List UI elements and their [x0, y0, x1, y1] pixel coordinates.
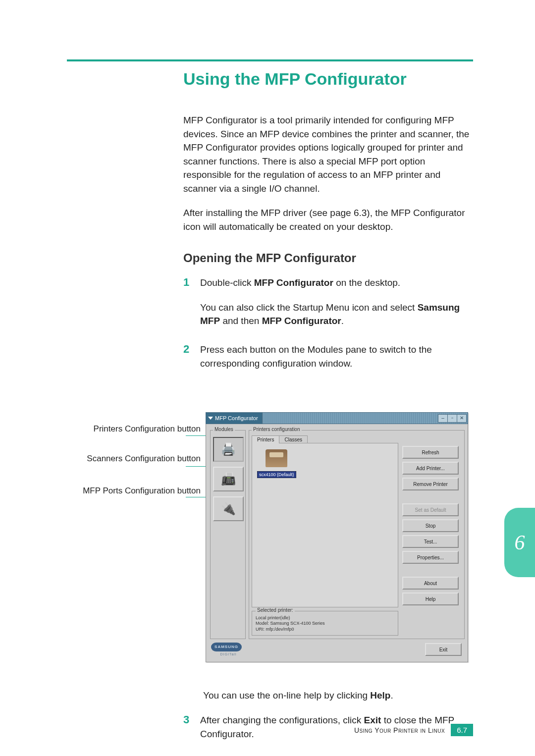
chapter-tab: 6: [504, 508, 535, 577]
brand-name: SAMSUNG: [211, 643, 242, 651]
step-2: 2 Press each button on the Modules pane …: [183, 343, 473, 381]
brand-logo: SAMSUNG DIGITall: [211, 643, 246, 656]
window-title: MFP Configurator: [215, 415, 258, 421]
window-titlebar[interactable]: MFP Configurator – ▫ ✕: [206, 412, 468, 424]
close-button[interactable]: ✕: [457, 414, 467, 423]
minimize-button[interactable]: –: [438, 414, 448, 423]
page-number-badge: 6.7: [451, 724, 473, 736]
refresh-button[interactable]: Refresh: [402, 446, 459, 459]
about-button[interactable]: About: [402, 577, 459, 590]
selected-printer-label: Selected printer:: [256, 607, 295, 613]
port-icon: 🔌: [221, 502, 236, 516]
tab-classes[interactable]: Classes: [279, 435, 308, 443]
mfp-configurator-window: MFP Configurator – ▫ ✕ Modules 🖨️ 📠 🔌 Pr…: [206, 412, 468, 662]
section-heading: Opening the MFP Configurator: [183, 251, 473, 265]
printer-item-icon: [266, 449, 287, 467]
scanner-icon: 📠: [221, 472, 236, 486]
printers-config-label: Printers configuration: [252, 427, 302, 432]
stop-button[interactable]: Stop: [402, 519, 459, 532]
window-menu-icon[interactable]: [208, 417, 213, 420]
step-1-line-2: You can also click the Startup Menu icon…: [200, 301, 473, 328]
step-1: 1 Double-click MFP Configurator on the d…: [183, 276, 473, 339]
callout-printers-config: Printers Configuration button: [72, 424, 201, 434]
step-number: 2: [183, 343, 200, 381]
exit-button[interactable]: Exit: [425, 643, 462, 656]
printer-icon: 🖨️: [221, 442, 236, 456]
printer-item-label: scx4100 (Default): [257, 471, 296, 478]
maximize-button[interactable]: ▫: [447, 414, 457, 423]
printer-item[interactable]: scx4100 (Default): [257, 449, 296, 478]
step-1-line-1: Double-click MFP Configurator on the des…: [200, 276, 473, 290]
step-number: 1: [183, 276, 200, 339]
intro-paragraph-2: After installing the MFP driver (see pag…: [183, 206, 473, 233]
set-default-button[interactable]: Set as Default: [402, 503, 459, 516]
intro-paragraph-1: MFP Configurator is a tool primarily int…: [183, 113, 473, 195]
selected-printer-info: Local printer(idle) Model: Samsung SCX-4…: [256, 615, 325, 632]
remove-printer-button[interactable]: Remove Printer: [402, 478, 459, 490]
callout-mfp-ports-config: MFP Ports Configuration button: [72, 486, 201, 496]
scanners-config-button[interactable]: 📠: [213, 467, 244, 491]
callout-scanners-config: Scanners Configuration button: [72, 453, 201, 464]
step-2-after: You can use the on-line help by clicking…: [203, 689, 473, 702]
page-title: Using the MFP Configurator: [183, 69, 473, 89]
help-button[interactable]: Help: [402, 593, 459, 605]
top-rule: [67, 59, 473, 61]
tab-printers[interactable]: Printers: [252, 435, 279, 443]
modules-label: Modules: [213, 427, 235, 432]
brand-tagline: DIGITall: [211, 652, 246, 656]
properties-button[interactable]: Properties...: [402, 551, 459, 564]
step-2-line-1: Press each button on the Modules pane to…: [200, 343, 473, 370]
test-button[interactable]: Test...: [402, 535, 459, 548]
printers-list[interactable]: scx4100 (Default): [252, 443, 398, 607]
add-printer-button[interactable]: Add Printer...: [402, 462, 459, 475]
footer-section-title: Using Your Printer in Linux: [354, 726, 445, 734]
printers-config-button[interactable]: 🖨️: [213, 437, 244, 462]
mfp-ports-config-button[interactable]: 🔌: [213, 496, 244, 521]
